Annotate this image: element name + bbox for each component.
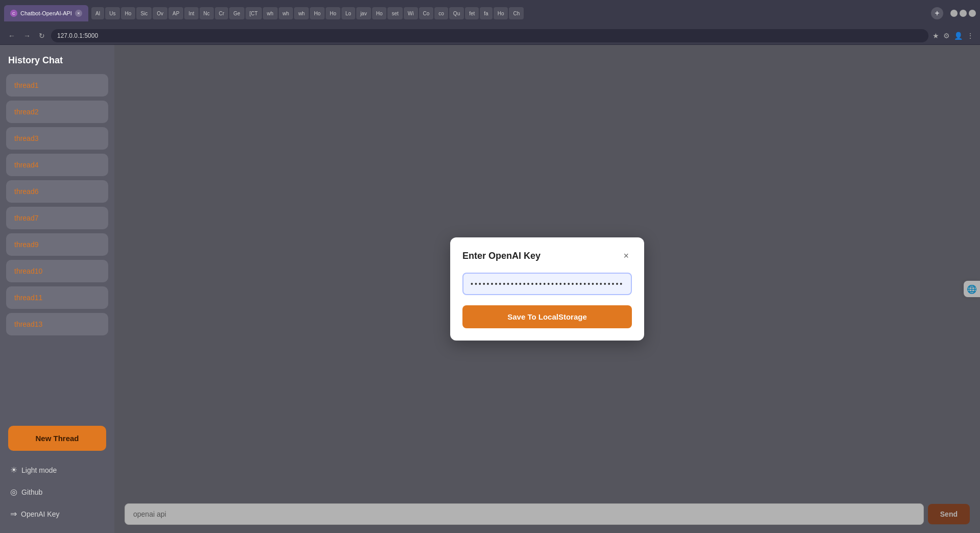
tab-us[interactable]: Us bbox=[105, 7, 119, 19]
chat-area: Enter OpenAI Key × Save To LocalStorage bbox=[114, 45, 980, 533]
openai-key-label: OpenAI Key bbox=[21, 510, 60, 518]
github-icon: ◎ bbox=[10, 487, 17, 497]
tab-ho5[interactable]: Ho bbox=[494, 7, 508, 19]
refresh-button[interactable]: ↻ bbox=[37, 31, 47, 41]
tab-ho[interactable]: Ho bbox=[121, 7, 136, 19]
github-label: Github bbox=[21, 488, 42, 496]
tab-ho4[interactable]: Ho bbox=[372, 7, 387, 19]
tab-ai[interactable]: AI bbox=[91, 7, 104, 19]
new-tab-button[interactable]: + bbox=[931, 7, 943, 19]
save-to-localstorage-button[interactable]: Save To LocalStorage bbox=[462, 305, 632, 328]
tab-set[interactable]: set bbox=[387, 7, 402, 19]
openai-key-action[interactable]: ⇒ OpenAI Key bbox=[8, 503, 106, 525]
browser-chrome: C Chatbot-OpenAI-API × AI Us Ho Sic Ov A… bbox=[0, 0, 980, 27]
thread-item-thread9[interactable]: thread9 bbox=[6, 233, 108, 256]
extensions-icon[interactable]: ⚙ bbox=[943, 32, 950, 40]
key-icon: ⇒ bbox=[10, 509, 17, 519]
tab-bar: AI Us Ho Sic Ov AP Int Nc Cr Ge [CT wh w… bbox=[91, 7, 928, 19]
modal-header: Enter OpenAI Key × bbox=[462, 250, 632, 262]
active-tab[interactable]: C Chatbot-OpenAI-API × bbox=[4, 5, 88, 21]
tab-ge[interactable]: Ge bbox=[229, 7, 244, 19]
address-bar-row: ← → ↻ 127.0.0.1:5000 ★ ⚙ 👤 ⋮ bbox=[0, 27, 980, 45]
thread-item-thread2[interactable]: thread2 bbox=[6, 101, 108, 123]
thread-item-thread7[interactable]: thread7 bbox=[6, 207, 108, 229]
tab-close-button[interactable]: × bbox=[75, 10, 82, 17]
maximize-button[interactable] bbox=[960, 10, 967, 17]
thread-item-thread11[interactable]: thread11 bbox=[6, 286, 108, 309]
modal-overlay: Enter OpenAI Key × Save To LocalStorage bbox=[114, 45, 980, 533]
modal-title: Enter OpenAI Key bbox=[462, 251, 541, 261]
tab-qu[interactable]: Qu bbox=[449, 7, 464, 19]
tab-cr[interactable]: Cr bbox=[215, 7, 229, 19]
sidebar-title: History Chat bbox=[6, 51, 108, 74]
new-thread-button[interactable]: New Thread bbox=[8, 426, 106, 451]
address-text: 127.0.0.1:5000 bbox=[57, 32, 98, 39]
openai-key-modal: Enter OpenAI Key × Save To LocalStorage bbox=[450, 237, 644, 341]
thread-item-thread3[interactable]: thread3 bbox=[6, 127, 108, 150]
window-controls bbox=[950, 10, 976, 17]
thread-item-thread6[interactable]: thread6 bbox=[6, 180, 108, 203]
tab-nc[interactable]: Nc bbox=[200, 7, 214, 19]
tab-fa[interactable]: fa bbox=[480, 7, 492, 19]
sidebar: History Chat thread1thread2thread3thread… bbox=[0, 45, 114, 533]
api-key-input[interactable] bbox=[462, 273, 632, 295]
tab-wh3[interactable]: wh bbox=[294, 7, 309, 19]
tab-ov[interactable]: Ov bbox=[153, 7, 167, 19]
thread-item-thread13[interactable]: thread13 bbox=[6, 313, 108, 335]
app-container: History Chat thread1thread2thread3thread… bbox=[0, 45, 980, 533]
menu-icon[interactable]: ⋮ bbox=[967, 32, 974, 40]
tab-ct[interactable]: [CT bbox=[246, 7, 262, 19]
forward-button[interactable]: → bbox=[21, 31, 33, 41]
github-link[interactable]: ◎ Github bbox=[8, 481, 106, 503]
active-tab-label: Chatbot-OpenAI-API bbox=[20, 10, 72, 16]
tab-wh2[interactable]: wh bbox=[279, 7, 293, 19]
minimize-button[interactable] bbox=[950, 10, 958, 17]
tab-int[interactable]: Int bbox=[184, 7, 198, 19]
sidebar-bottom: New Thread ☀ Light mode ◎ Github ⇒ OpenA… bbox=[6, 420, 108, 533]
tab-jav[interactable]: jav bbox=[356, 7, 371, 19]
thread-item-thread1[interactable]: thread1 bbox=[6, 74, 108, 96]
tab-co2[interactable]: co bbox=[434, 7, 448, 19]
light-mode-label: Light mode bbox=[21, 466, 57, 474]
browser-actions: ★ ⚙ 👤 ⋮ bbox=[933, 32, 974, 40]
tab-favicon: C bbox=[10, 10, 17, 17]
back-button[interactable]: ← bbox=[6, 31, 17, 41]
address-bar[interactable]: 127.0.0.1:5000 bbox=[51, 29, 928, 42]
thread-item-thread10[interactable]: thread10 bbox=[6, 260, 108, 282]
thread-list: thread1thread2thread3thread4thread6threa… bbox=[6, 74, 108, 420]
tab-fet[interactable]: fet bbox=[465, 7, 479, 19]
sun-icon: ☀ bbox=[10, 465, 17, 475]
tab-ho2[interactable]: Ho bbox=[310, 7, 325, 19]
tab-wi[interactable]: Wi bbox=[404, 7, 418, 19]
profile-icon[interactable]: 👤 bbox=[954, 32, 963, 40]
tab-ch[interactable]: Ch bbox=[509, 7, 524, 19]
bookmark-icon[interactable]: ★ bbox=[933, 32, 939, 40]
thread-item-thread4[interactable]: thread4 bbox=[6, 154, 108, 176]
light-mode-toggle[interactable]: ☀ Light mode bbox=[8, 459, 106, 481]
close-window-button[interactable] bbox=[969, 10, 976, 17]
tab-ho3[interactable]: Ho bbox=[326, 7, 340, 19]
main-content: Enter OpenAI Key × Save To LocalStorage … bbox=[114, 45, 980, 533]
tab-lo[interactable]: Lo bbox=[341, 7, 355, 19]
tab-sic[interactable]: Sic bbox=[136, 7, 152, 19]
tab-ap[interactable]: AP bbox=[168, 7, 183, 19]
tab-co[interactable]: Co bbox=[419, 7, 434, 19]
modal-close-button[interactable]: × bbox=[620, 250, 632, 262]
tab-wh1[interactable]: wh bbox=[263, 7, 278, 19]
